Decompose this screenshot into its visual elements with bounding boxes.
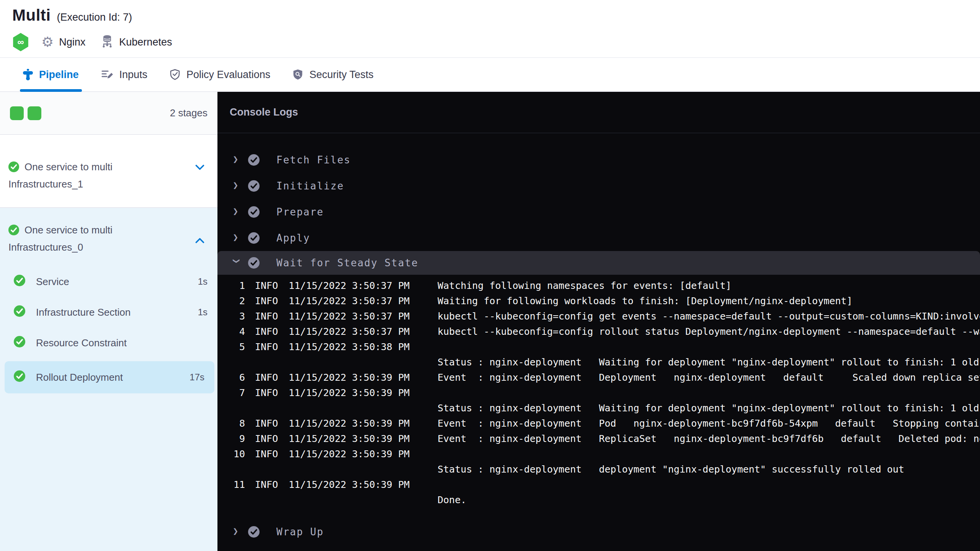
section-label: Fetch Files [276, 154, 351, 166]
chevron-down-icon[interactable]: ❯ [231, 258, 242, 266]
log-timestamp: 11/15/2022 3:50:39 PM [289, 433, 415, 444]
stage-count: 2 stages [170, 107, 207, 119]
log-section-initialize[interactable]: ❯ Initialize [217, 173, 980, 199]
log-line-number: 10 [226, 448, 245, 460]
step-item-service[interactable]: Service 1s [0, 266, 217, 297]
chevron-up-icon[interactable] [195, 238, 204, 245]
log-line: 7 INFO 11/15/2022 3:50:39 PM [217, 385, 980, 400]
section-success-badge-icon [248, 206, 260, 218]
console-title: Console Logs [230, 106, 298, 118]
log-line-number: 8 [226, 418, 245, 429]
service-name[interactable]: Nginx [59, 36, 85, 48]
log-level: INFO [255, 295, 279, 306]
console-header: Console Logs [217, 92, 980, 133]
stage-status-square[interactable] [28, 106, 41, 120]
log-line-number: 3 [226, 311, 245, 322]
log-line-number: 4 [226, 326, 245, 337]
stage-name: One service to multi Infrastructures_1 [8, 159, 177, 192]
chevron-right-icon[interactable]: ❯ [233, 232, 240, 243]
log-message: Event : nginx-deployment Deployment ngin… [438, 372, 980, 383]
log-line-number: 6 [226, 372, 245, 383]
stage-summary-bar: 2 stages [0, 92, 217, 135]
log-message: Watching following namespaces for events… [438, 280, 980, 291]
log-section-prepare[interactable]: ❯ Prepare [217, 199, 980, 225]
tab-security-tests[interactable]: Security Tests [292, 58, 374, 91]
success-check-icon [14, 275, 25, 289]
stage-status-square[interactable] [10, 106, 24, 120]
log-line: Status : nginx-deployment deployment "ng… [217, 461, 980, 477]
pipeline-icon [23, 69, 33, 80]
section-success-badge-icon [248, 180, 260, 192]
execution-header: Multi (Execution Id: 7) ∞ ⚙ Nginx [0, 0, 980, 57]
step-item-resource-constraint[interactable]: Resource Constraint [0, 328, 217, 358]
log-timestamp: 11/15/2022 3:50:39 PM [289, 448, 415, 460]
chevron-right-icon[interactable]: ❯ [233, 180, 240, 191]
step-item-infrastructure-section[interactable]: Infrastructure Section 1s [0, 297, 217, 328]
log-message: kubectl --kubeconfig=config get events -… [438, 311, 980, 322]
section-label: Apply [276, 232, 310, 244]
infrastructure-name[interactable]: Kubernetes [119, 36, 172, 48]
section-label: Wait for Steady State [276, 257, 418, 269]
success-check-icon [8, 161, 19, 176]
log-timestamp: 11/15/2022 3:50:37 PM [289, 280, 415, 291]
chevron-right-icon[interactable]: ❯ [233, 526, 240, 536]
log-level: INFO [255, 387, 279, 398]
log-line: 10 INFO 11/15/2022 3:50:39 PM [217, 446, 980, 461]
log-timestamp: 11/15/2022 3:50:39 PM [289, 387, 415, 398]
step-item-rollout-deployment[interactable]: Rollout Deployment 17s [5, 361, 214, 393]
execution-tabbar: Pipeline Inputs Policy Evaluations [0, 57, 980, 92]
log-level: INFO [255, 372, 279, 383]
log-timestamp: 11/15/2022 3:50:38 PM [289, 341, 415, 352]
log-line-number: 1 [226, 280, 245, 291]
chevron-down-icon[interactable] [195, 165, 204, 172]
log-timestamp: 11/15/2022 3:50:37 PM [289, 326, 415, 337]
log-line: 9 INFO 11/15/2022 3:50:39 PM Event : ngi… [217, 431, 980, 446]
tab-policy-evaluations[interactable]: Policy Evaluations [170, 58, 270, 91]
stage-item-infrastructures-0: One service to multi Infrastructures_0 S… [0, 208, 217, 551]
log-level: INFO [255, 326, 279, 337]
tab-inputs[interactable]: Inputs [101, 58, 148, 91]
tab-label: Inputs [119, 69, 148, 81]
log-timestamp: 11/15/2022 3:50:39 PM [289, 479, 415, 490]
section-label: Prepare [276, 206, 324, 218]
chevron-right-icon[interactable]: ❯ [233, 206, 240, 217]
log-line: 11 INFO 11/15/2022 3:50:39 PM [217, 477, 980, 492]
log-message: Waiting for following workloads to finis… [438, 295, 980, 306]
console-body: ❯ Fetch Files ❯ Initialize ❯ Prepare ❯ [217, 133, 980, 551]
section-success-badge-icon [248, 232, 260, 244]
tab-label: Policy Evaluations [186, 69, 270, 81]
harness-cd-icon: ∞ [12, 33, 29, 51]
tab-pipeline[interactable]: Pipeline [23, 58, 79, 91]
shield-check-icon [170, 69, 180, 80]
log-section-apply[interactable]: ❯ Apply [217, 225, 980, 251]
success-check-icon [14, 336, 25, 350]
tab-label: Security Tests [309, 69, 374, 81]
log-timestamp: 11/15/2022 3:50:39 PM [289, 418, 415, 429]
section-label: Initialize [276, 180, 344, 192]
pipeline-execution-page: Multi (Execution Id: 7) ∞ ⚙ Nginx [0, 0, 980, 551]
stage-header[interactable]: One service to multi Infrastructures_0 [0, 222, 217, 255]
log-section-fetch-files[interactable]: ❯ Fetch Files [217, 147, 980, 173]
log-line: 2 INFO 11/15/2022 3:50:37 PM Waiting for… [217, 293, 980, 308]
log-message: Status : nginx-deployment Waiting for de… [438, 403, 980, 414]
console-panel: Console Logs ❯ Fetch Files ❯ Initialize … [217, 92, 980, 551]
active-tab-indicator [20, 89, 82, 92]
log-line: Done. [217, 492, 980, 507]
log-line-number: 5 [226, 341, 245, 352]
stage-name: One service to multi Infrastructures_0 [8, 222, 177, 255]
log-line-number: 9 [226, 433, 245, 444]
log-message: Done. [438, 494, 980, 505]
log-line: 8 INFO 11/15/2022 3:50:39 PM Event : ngi… [217, 416, 980, 431]
log-line-number: 11 [226, 479, 245, 490]
chevron-right-icon[interactable]: ❯ [233, 154, 240, 165]
log-section-wait-for-steady-state[interactable]: ❯ Wait for Steady State [217, 251, 980, 275]
log-line-number: 2 [226, 295, 245, 306]
log-section-wrap-up[interactable]: ❯ Wrap Up [217, 519, 980, 545]
log-timestamp: 11/15/2022 3:50:39 PM [289, 372, 415, 383]
log-line: 1 INFO 11/15/2022 3:50:37 PM Watching fo… [217, 278, 980, 293]
section-success-badge-icon [248, 154, 260, 166]
log-line-number: 7 [226, 387, 245, 398]
log-level: INFO [255, 448, 279, 460]
stage-item-infrastructures-1[interactable]: One service to multi Infrastructures_1 [0, 135, 217, 208]
log-level: INFO [255, 280, 279, 291]
